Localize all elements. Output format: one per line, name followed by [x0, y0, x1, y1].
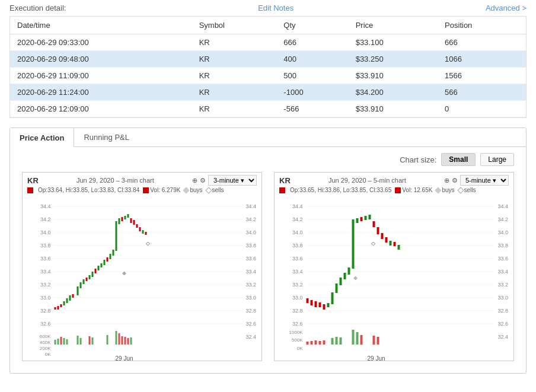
tab-running-pl[interactable]: Running P&L — [74, 128, 139, 146]
svg-rect-43 — [122, 217, 123, 221]
svg-text:33.6: 33.6 — [292, 256, 303, 262]
svg-text:32.4: 32.4 — [246, 334, 257, 340]
svg-rect-112 — [327, 303, 330, 307]
svg-rect-144 — [377, 337, 379, 345]
chart-5min-interval-select[interactable]: 5-minute ▾ — [460, 175, 509, 186]
svg-rect-56 — [60, 337, 62, 345]
svg-rect-142 — [360, 335, 363, 345]
svg-rect-51 — [145, 232, 147, 235]
svg-text:1000K: 1000K — [289, 330, 303, 335]
table-row: 2020-06-29 12:09:00KR-566$33.9100 — [10, 101, 526, 117]
svg-text:34.0: 34.0 — [246, 230, 257, 235]
chart-size-large[interactable]: Large — [480, 153, 514, 166]
svg-rect-124 — [377, 227, 379, 234]
table-header-row: Date/time Symbol Qty Price Position — [10, 17, 526, 34]
svg-rect-41 — [116, 221, 117, 251]
svg-rect-21 — [55, 307, 56, 310]
svg-rect-46 — [130, 218, 132, 223]
svg-rect-111 — [323, 304, 326, 310]
cell-position: 666 — [438, 34, 526, 51]
svg-text:33.8: 33.8 — [292, 243, 303, 248]
svg-rect-64 — [116, 331, 117, 345]
cell-qty: 500 — [276, 68, 348, 84]
svg-rect-37 — [104, 260, 106, 265]
table-row: 2020-06-29 11:24:00KR-1000$34.200566 — [10, 84, 526, 101]
cell-position: 0 — [438, 101, 526, 117]
cell-position: 566 — [438, 84, 526, 101]
svg-text:33.0: 33.0 — [246, 295, 257, 301]
chart-3min-svg-area: 34.4 34.2 34.0 33.8 33.6 33.4 33.2 33.0 … — [23, 195, 261, 361]
chart-5min-vol: Vol: 12.65K — [395, 187, 432, 193]
svg-rect-65 — [119, 333, 120, 345]
svg-rect-133 — [311, 341, 313, 345]
svg-rect-23 — [60, 304, 62, 307]
svg-rect-28 — [77, 286, 79, 295]
svg-rect-117 — [348, 267, 350, 275]
tab-price-action[interactable]: Price Action — [10, 128, 74, 147]
svg-rect-55 — [58, 339, 59, 345]
svg-rect-110 — [319, 302, 321, 307]
top-bar: Execution detail: Edit Notes Advanced > — [0, 0, 536, 16]
cell-position: 1566 — [438, 68, 526, 84]
svg-rect-32 — [89, 275, 91, 279]
cell-datetime: 2020-06-29 12:09:00 — [10, 101, 192, 117]
svg-rect-22 — [58, 306, 59, 310]
cell-datetime: 2020-06-29 11:09:00 — [10, 68, 192, 84]
svg-rect-125 — [381, 233, 384, 239]
svg-rect-108 — [311, 300, 313, 305]
svg-rect-25 — [66, 298, 68, 303]
col-price: Price — [349, 17, 438, 34]
svg-text:200K: 200K — [40, 346, 51, 351]
table-row: 2020-06-29 09:33:00KR666$33.100666 — [10, 34, 526, 51]
svg-text:400K: 400K — [40, 340, 51, 345]
chart-5min-buys: buys — [436, 187, 454, 193]
svg-rect-39 — [110, 254, 111, 259]
svg-rect-36 — [101, 263, 103, 267]
edit-notes-link[interactable]: Edit Notes — [258, 4, 293, 12]
svg-text:33.8: 33.8 — [246, 243, 257, 248]
svg-text:34.0: 34.0 — [292, 230, 303, 235]
chart-3min-sells: sells — [206, 187, 224, 193]
svg-text:33.6: 33.6 — [246, 256, 257, 262]
svg-rect-40 — [113, 250, 114, 256]
svg-text:29 Jun: 29 Jun — [367, 355, 385, 361]
chart-5min-meta: Op:33.65, Hi:33.86, Lo:33.85, Cl:33.65 V… — [275, 187, 513, 195]
svg-rect-24 — [63, 301, 65, 305]
svg-rect-59 — [77, 336, 79, 345]
svg-rect-118 — [352, 219, 355, 269]
chart-3min-settings[interactable]: ⚙ — [200, 177, 206, 184]
svg-rect-137 — [331, 338, 334, 345]
cell-datetime: 2020-06-29 11:24:00 — [10, 84, 192, 101]
svg-text:33.6: 33.6 — [40, 256, 51, 262]
execution-table: Date/time Symbol Qty Price Position 2020… — [10, 17, 526, 117]
svg-text:32.8: 32.8 — [246, 308, 257, 314]
advanced-link[interactable]: Advanced > — [486, 4, 527, 12]
cell-symbol: KR — [192, 68, 277, 84]
svg-rect-120 — [360, 217, 363, 221]
chart-5min-zoom-in[interactable]: ⊕ — [444, 177, 449, 184]
cell-qty: 400 — [276, 51, 348, 68]
svg-text:33.2: 33.2 — [40, 282, 51, 288]
svg-rect-58 — [66, 339, 68, 345]
svg-text:33.2: 33.2 — [246, 282, 257, 288]
svg-rect-44 — [125, 216, 126, 219]
chart-5min-title-row: KR Jun 29, 2020 – 5-min chart ⊕ ⚙ 5-minu… — [275, 173, 513, 187]
chart-3min-interval-select[interactable]: 3-minute ▾ — [208, 175, 257, 186]
svg-rect-129 — [398, 245, 400, 250]
chart-5min-settings[interactable]: ⚙ — [452, 177, 458, 184]
col-qty: Qty — [276, 17, 348, 34]
svg-rect-26 — [69, 295, 71, 301]
svg-text:32.6: 32.6 — [498, 321, 509, 327]
svg-rect-126 — [385, 237, 388, 243]
charts-row: KR Jun 29, 2020 – 3-min chart ⊕ ⚙ 3-minu… — [10, 172, 526, 373]
tabs-header: Price Action Running P&L — [10, 128, 526, 147]
cell-price: $33.100 — [349, 34, 438, 51]
svg-rect-135 — [319, 341, 321, 345]
cell-symbol: KR — [192, 84, 277, 101]
svg-text:34.0: 34.0 — [498, 230, 509, 235]
svg-rect-45 — [127, 214, 129, 218]
svg-text:0K: 0K — [45, 352, 51, 357]
svg-rect-35 — [98, 266, 100, 270]
chart-size-small[interactable]: Small — [441, 153, 476, 166]
chart-3min-zoom-in[interactable]: ⊕ — [192, 177, 197, 184]
